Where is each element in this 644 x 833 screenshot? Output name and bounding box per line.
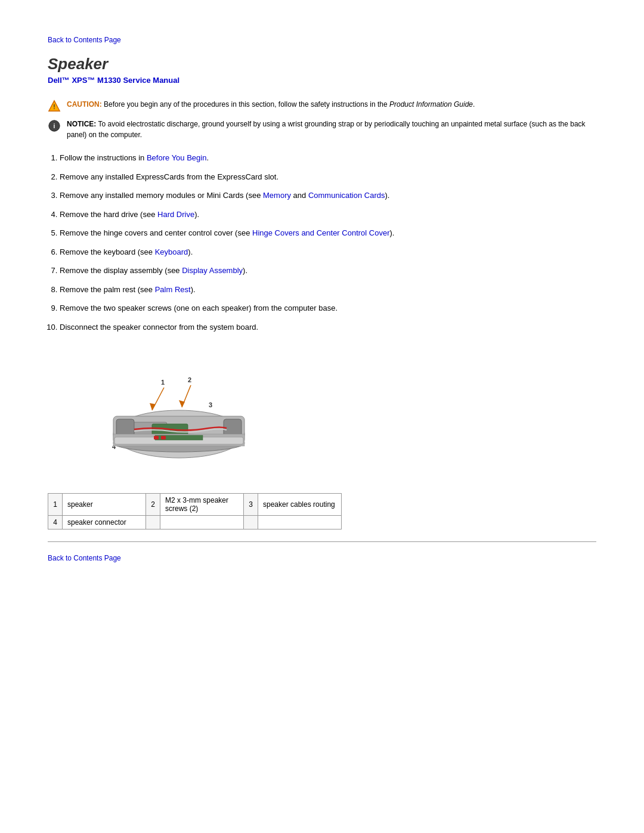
speaker-diagram: 1 2 3 4 [60,345,250,482]
svg-rect-25 [154,436,159,439]
link-palm-rest[interactable]: Palm Rest [155,285,191,294]
svg-text:!: ! [53,104,55,110]
notice-text: To avoid electrostatic discharge, ground… [67,120,586,139]
back-to-contents-top[interactable]: Back to Contents Page [48,36,596,44]
part-num-4: 4 [48,516,63,529]
page-subtitle: Dell™ XPS™ M1330 Service Manual [48,76,596,85]
step-8: Remove the palm rest (see Palm Rest). [60,284,596,296]
link-display-assembly[interactable]: Display Assembly [182,266,243,275]
part-num-1: 1 [48,494,63,516]
step-7: Remove the display assembly (see Display… [60,265,596,277]
step-9: Remove the two speaker screws (one on ea… [60,302,596,314]
caution-text: Before you begin any of the procedures i… [104,100,475,109]
step-6: Remove the keyboard (see Keyboard). [60,246,596,258]
part-num-5 [146,516,160,529]
link-hard-drive[interactable]: Hard Drive [157,210,194,219]
page-title: Speaker [48,55,596,73]
page-divider [48,541,596,542]
step-10: Disconnect the speaker connector from th… [60,321,596,333]
diagram-container: 1 2 3 4 [60,345,596,484]
steps-list: Follow the instructions in Before You Be… [60,152,596,333]
svg-marker-11 [150,403,156,410]
notice-block: i NOTICE: To avoid electrostatic dischar… [48,119,596,140]
back-to-contents-bottom[interactable]: Back to Contents Page [48,554,596,562]
part-num-2: 2 [146,494,160,516]
svg-text:1: 1 [161,379,165,386]
caution-block: ! CAUTION: Before you begin any of the p… [48,99,596,113]
link-memory[interactable]: Memory [263,191,291,200]
caution-icon: ! [48,100,61,113]
part-label-6 [258,516,342,529]
step-4: Remove the hard drive (see Hard Drive). [60,209,596,221]
parts-table: 1 speaker 2 M2 x 3-mm speaker screws (2)… [48,493,342,529]
step-5: Remove the hinge covers and center contr… [60,227,596,239]
part-label-2: M2 x 3-mm speaker screws (2) [160,494,244,516]
part-label-1: speaker [63,494,146,516]
svg-text:i: i [54,123,55,129]
link-keyboard[interactable]: Keyboard [155,247,188,256]
step-3: Remove any installed memory modules or M… [60,190,596,202]
svg-rect-26 [161,436,166,439]
notice-label: NOTICE: [67,120,96,128]
part-label-3: speaker cables routing [258,494,342,516]
step-2: Remove any installed ExpressCards from t… [60,171,596,183]
part-label-5 [160,516,244,529]
link-before-you-begin[interactable]: Before You Begin [147,153,206,162]
table-row-2: 4 speaker connector [48,516,342,529]
svg-text:2: 2 [188,376,191,383]
part-label-4: speaker connector [63,516,146,529]
step-1: Follow the instructions in Before You Be… [60,152,596,164]
notice-icon: i [48,119,61,132]
caution-label: CAUTION: [67,100,102,109]
part-num-6 [244,516,258,529]
svg-text:3: 3 [209,401,212,408]
part-num-3: 3 [244,494,258,516]
table-row-1: 1 speaker 2 M2 x 3-mm speaker screws (2)… [48,494,342,516]
link-hinge-covers[interactable]: Hinge Covers and Center Control Cover [252,228,390,237]
link-communication-cards[interactable]: Communication Cards [308,191,385,200]
